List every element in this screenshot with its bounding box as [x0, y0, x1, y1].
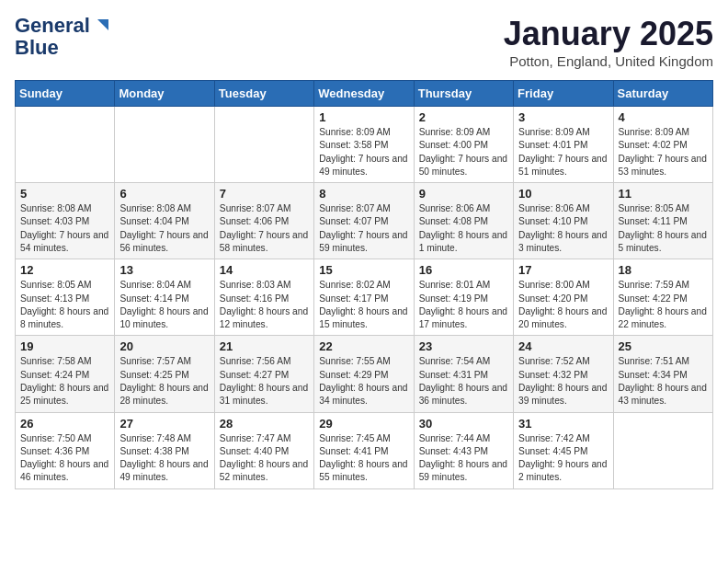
cell-info: Sunrise: 8:03 AM Sunset: 4:16 PM Dayligh… [220, 279, 309, 331]
calendar-cell: 7Sunrise: 8:07 AM Sunset: 4:06 PM Daylig… [214, 183, 313, 259]
calendar-cell: 24Sunrise: 7:52 AM Sunset: 4:32 PM Dayli… [514, 336, 613, 412]
svg-marker-0 [97, 19, 108, 30]
calendar-cell [115, 107, 214, 183]
day-number: 5 [20, 187, 109, 201]
cell-info: Sunrise: 7:48 AM Sunset: 4:38 PM Dayligh… [119, 432, 209, 485]
month-title: January 2025 [504, 15, 713, 53]
day-number: 6 [119, 187, 209, 201]
cell-info: Sunrise: 8:08 AM Sunset: 4:03 PM Dayligh… [20, 202, 109, 255]
calendar-cell: 22Sunrise: 7:55 AM Sunset: 4:29 PM Dayli… [314, 336, 414, 412]
calendar-cell: 2Sunrise: 8:09 AM Sunset: 4:00 PM Daylig… [414, 107, 513, 183]
day-number: 18 [619, 263, 708, 277]
calendar-cell: 1Sunrise: 8:09 AM Sunset: 3:58 PM Daylig… [314, 107, 414, 183]
day-number: 26 [20, 417, 109, 431]
logo: General Blue [15, 15, 110, 59]
cell-info: Sunrise: 7:44 AM Sunset: 4:43 PM Dayligh… [419, 432, 508, 485]
calendar-cell: 27Sunrise: 7:48 AM Sunset: 4:38 PM Dayli… [115, 412, 214, 488]
day-number: 14 [220, 263, 309, 277]
weekday-header-sunday: Sunday [16, 81, 115, 107]
calendar-cell: 23Sunrise: 7:54 AM Sunset: 4:31 PM Dayli… [414, 336, 513, 412]
cell-info: Sunrise: 7:51 AM Sunset: 4:34 PM Dayligh… [619, 355, 708, 408]
calendar-cell: 14Sunrise: 8:03 AM Sunset: 4:16 PM Dayli… [214, 259, 313, 336]
calendar-cell: 17Sunrise: 8:00 AM Sunset: 4:20 PM Dayli… [514, 259, 613, 336]
cell-info: Sunrise: 8:05 AM Sunset: 4:11 PM Dayligh… [619, 202, 708, 255]
calendar-cell: 28Sunrise: 7:47 AM Sunset: 4:40 PM Dayli… [214, 412, 313, 488]
cell-info: Sunrise: 8:00 AM Sunset: 4:20 PM Dayligh… [518, 279, 608, 331]
calendar-cell: 19Sunrise: 7:58 AM Sunset: 4:24 PM Dayli… [16, 336, 115, 412]
calendar-cell: 31Sunrise: 7:42 AM Sunset: 4:45 PM Dayli… [514, 412, 613, 488]
weekday-header-monday: Monday [115, 81, 214, 107]
day-number: 30 [419, 417, 508, 431]
calendar-cell [214, 107, 313, 183]
day-number: 17 [518, 263, 608, 277]
cell-info: Sunrise: 7:59 AM Sunset: 4:22 PM Dayligh… [619, 279, 708, 331]
calendar-cell: 15Sunrise: 8:02 AM Sunset: 4:17 PM Dayli… [314, 259, 414, 336]
day-number: 23 [419, 339, 508, 353]
title-block: January 2025 Potton, England, United Kin… [504, 15, 713, 69]
day-number: 22 [319, 339, 408, 353]
cell-info: Sunrise: 7:47 AM Sunset: 4:40 PM Dayligh… [220, 432, 309, 485]
logo-blue: Blue [15, 37, 59, 59]
calendar-header-row: SundayMondayTuesdayWednesdayThursdayFrid… [16, 81, 713, 107]
day-number: 28 [220, 417, 309, 431]
cell-info: Sunrise: 8:09 AM Sunset: 4:01 PM Dayligh… [518, 126, 608, 178]
calendar-cell: 8Sunrise: 8:07 AM Sunset: 4:07 PM Daylig… [314, 183, 414, 259]
weekday-header-friday: Friday [514, 81, 613, 107]
day-number: 16 [419, 263, 508, 277]
cell-info: Sunrise: 8:09 AM Sunset: 4:00 PM Dayligh… [419, 126, 508, 178]
cell-info: Sunrise: 7:52 AM Sunset: 4:32 PM Dayligh… [518, 355, 608, 408]
week-row-4: 19Sunrise: 7:58 AM Sunset: 4:24 PM Dayli… [16, 336, 713, 412]
day-number: 31 [518, 417, 608, 431]
cell-info: Sunrise: 7:56 AM Sunset: 4:27 PM Dayligh… [220, 355, 309, 408]
day-number: 24 [518, 339, 608, 353]
day-number: 10 [518, 187, 608, 201]
cell-info: Sunrise: 8:07 AM Sunset: 4:06 PM Dayligh… [220, 202, 309, 255]
calendar-cell: 13Sunrise: 8:04 AM Sunset: 4:14 PM Dayli… [115, 259, 214, 336]
cell-info: Sunrise: 8:09 AM Sunset: 4:02 PM Dayligh… [619, 126, 708, 178]
cell-info: Sunrise: 8:09 AM Sunset: 3:58 PM Dayligh… [319, 126, 408, 178]
day-number: 25 [619, 339, 708, 353]
day-number: 29 [319, 417, 408, 431]
cell-info: Sunrise: 7:57 AM Sunset: 4:25 PM Dayligh… [119, 355, 209, 408]
day-number: 4 [619, 110, 708, 124]
calendar-cell: 16Sunrise: 8:01 AM Sunset: 4:19 PM Dayli… [414, 259, 513, 336]
cell-info: Sunrise: 8:06 AM Sunset: 4:08 PM Dayligh… [419, 202, 508, 255]
calendar-cell [16, 107, 115, 183]
cell-info: Sunrise: 8:05 AM Sunset: 4:13 PM Dayligh… [20, 279, 109, 331]
day-number: 11 [619, 187, 708, 201]
calendar-cell: 20Sunrise: 7:57 AM Sunset: 4:25 PM Dayli… [115, 336, 214, 412]
day-number: 7 [220, 187, 309, 201]
day-number: 3 [518, 110, 608, 124]
calendar-cell: 21Sunrise: 7:56 AM Sunset: 4:27 PM Dayli… [214, 336, 313, 412]
day-number: 27 [119, 417, 209, 431]
cell-info: Sunrise: 8:06 AM Sunset: 4:10 PM Dayligh… [518, 202, 608, 255]
calendar-cell: 11Sunrise: 8:05 AM Sunset: 4:11 PM Dayli… [613, 183, 712, 259]
calendar-cell: 6Sunrise: 8:08 AM Sunset: 4:04 PM Daylig… [115, 183, 214, 259]
weekday-header-wednesday: Wednesday [314, 81, 414, 107]
day-number: 9 [419, 187, 508, 201]
calendar-cell [613, 412, 712, 488]
calendar-cell: 25Sunrise: 7:51 AM Sunset: 4:34 PM Dayli… [613, 336, 712, 412]
day-number: 15 [319, 263, 408, 277]
cell-info: Sunrise: 7:45 AM Sunset: 4:41 PM Dayligh… [319, 432, 408, 485]
page-header: General Blue January 2025 Potton, Englan… [15, 15, 713, 69]
week-row-2: 5Sunrise: 8:08 AM Sunset: 4:03 PM Daylig… [16, 183, 713, 259]
day-number: 19 [20, 339, 109, 353]
cell-info: Sunrise: 7:42 AM Sunset: 4:45 PM Dayligh… [518, 432, 608, 485]
day-number: 21 [220, 339, 309, 353]
cell-info: Sunrise: 7:54 AM Sunset: 4:31 PM Dayligh… [419, 355, 508, 408]
weekday-header-saturday: Saturday [613, 81, 712, 107]
logo-general: General [15, 15, 90, 37]
calendar-cell: 26Sunrise: 7:50 AM Sunset: 4:36 PM Dayli… [16, 412, 115, 488]
calendar-cell: 18Sunrise: 7:59 AM Sunset: 4:22 PM Dayli… [613, 259, 712, 336]
cell-info: Sunrise: 8:07 AM Sunset: 4:07 PM Dayligh… [319, 202, 408, 255]
day-number: 13 [119, 263, 209, 277]
cell-info: Sunrise: 8:01 AM Sunset: 4:19 PM Dayligh… [419, 279, 508, 331]
cell-info: Sunrise: 8:04 AM Sunset: 4:14 PM Dayligh… [119, 279, 209, 331]
day-number: 1 [319, 110, 408, 124]
weekday-header-tuesday: Tuesday [214, 81, 313, 107]
week-row-3: 12Sunrise: 8:05 AM Sunset: 4:13 PM Dayli… [16, 259, 713, 336]
calendar-table: SundayMondayTuesdayWednesdayThursdayFrid… [15, 80, 713, 489]
day-number: 20 [119, 339, 209, 353]
calendar-cell: 10Sunrise: 8:06 AM Sunset: 4:10 PM Dayli… [514, 183, 613, 259]
